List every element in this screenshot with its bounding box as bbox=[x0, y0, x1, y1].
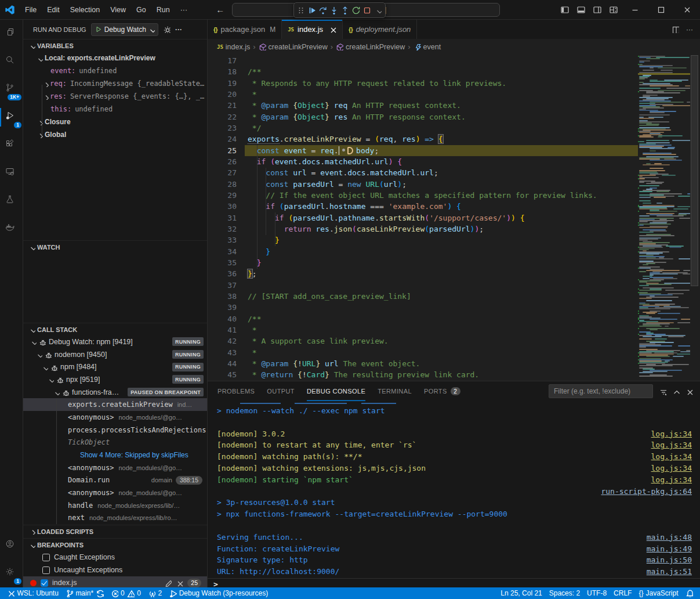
callstack-frame[interactable]: exports.createLinkPreviewind… bbox=[23, 398, 207, 411]
debug-settings-gear-icon[interactable] bbox=[163, 26, 171, 33]
line-number[interactable]: 39 bbox=[208, 302, 244, 313]
menu-selection[interactable]: Selection bbox=[65, 4, 105, 16]
menu-edit[interactable]: Edit bbox=[42, 4, 65, 16]
line-number[interactable]: 34 bbox=[208, 246, 244, 257]
split-editor-icon[interactable] bbox=[672, 26, 679, 33]
menu-moremoremore[interactable]: ··· bbox=[175, 4, 193, 16]
console-filter-input[interactable] bbox=[549, 384, 653, 398]
activity-search[interactable] bbox=[0, 48, 23, 75]
call-stack-section-header[interactable]: CALL STACK bbox=[23, 323, 207, 335]
sidebar-more-actions-icon[interactable]: ··· bbox=[175, 26, 182, 34]
toggle-secondary-sidebar-icon[interactable] bbox=[589, 0, 605, 20]
checkbox[interactable] bbox=[42, 566, 50, 574]
source-link[interactable]: log.js:34 bbox=[651, 451, 692, 463]
line-number[interactable]: 23 bbox=[208, 122, 244, 133]
remove-breakpoint-icon[interactable] bbox=[176, 579, 183, 587]
line-number[interactable]: 20 bbox=[208, 89, 244, 100]
line-number[interactable]: 24 bbox=[208, 133, 244, 145]
watch-section-header[interactable]: WATCH bbox=[23, 240, 207, 253]
activity-docker[interactable] bbox=[0, 215, 23, 243]
line-number[interactable]: 21 bbox=[208, 100, 244, 111]
breadcrumb-item-createLinkPreview[interactable]: createLinkPreview bbox=[336, 43, 405, 51]
panel-tab-debug-console[interactable]: DEBUG CONSOLE bbox=[307, 381, 365, 401]
variables-scope-row[interactable]: Local: exports.createLinkPreview bbox=[23, 52, 207, 64]
callstack-frame[interactable]: <anonymous>node_modules/@go… bbox=[23, 461, 207, 474]
breadcrumb-item-index.js[interactable]: JSindex.js bbox=[217, 43, 250, 51]
close-panel-icon[interactable] bbox=[686, 388, 693, 395]
menu-file[interactable]: File bbox=[20, 4, 42, 16]
line-number[interactable]: 42 bbox=[208, 335, 244, 347]
continue-button[interactable] bbox=[307, 4, 317, 17]
breakpoint-row[interactable]: index.js25 bbox=[23, 576, 207, 587]
status-language-mode[interactable]: {}JavaScript bbox=[635, 587, 681, 599]
source-link[interactable]: main.js:50 bbox=[647, 554, 692, 566]
checkbox[interactable] bbox=[41, 579, 48, 587]
line-number[interactable]: 27 bbox=[208, 167, 244, 178]
callstack-frame[interactable]: handlenode_modules/express/lib/… bbox=[23, 499, 207, 512]
debug-console[interactable]: > nodemon --watch ./ --exec npm start[no… bbox=[208, 402, 700, 587]
checkbox[interactable] bbox=[42, 554, 50, 561]
edit-breakpoint-icon[interactable] bbox=[164, 579, 172, 587]
line-number[interactable]: 18 bbox=[208, 66, 244, 77]
step-into-button[interactable] bbox=[329, 4, 339, 17]
line-number[interactable]: 32 bbox=[208, 223, 244, 234]
line-number[interactable]: 35 bbox=[208, 257, 244, 268]
status-indentation[interactable]: Spaces: 2 bbox=[546, 587, 583, 599]
breakpoint-exception-row[interactable]: Caught Exceptions bbox=[23, 551, 207, 564]
activity-run-and-debug[interactable]: 1 bbox=[0, 103, 23, 131]
source-link[interactable]: run-script-pkg.js:64 bbox=[601, 486, 692, 497]
scope-global[interactable]: Global bbox=[23, 128, 207, 141]
line-number[interactable]: 29 bbox=[208, 190, 244, 201]
activity-explorer[interactable] bbox=[0, 20, 23, 48]
panel-tab-terminal[interactable]: TERMINAL bbox=[378, 381, 412, 401]
line-number[interactable]: 33 bbox=[208, 234, 244, 246]
callstack-frame[interactable]: nextnode_modules/express/lib/ro… bbox=[23, 512, 207, 525]
tab-index.js[interactable]: JSindex.js bbox=[282, 20, 343, 39]
source-link[interactable]: main.js:48 bbox=[647, 532, 692, 543]
line-number[interactable]: 37 bbox=[208, 280, 244, 291]
activity-source-control[interactable]: 1K+ bbox=[0, 75, 23, 103]
step-out-button[interactable] bbox=[340, 4, 350, 17]
breakpoint-exception-row[interactable]: Uncaught Exceptions bbox=[23, 564, 207, 576]
line-number[interactable]: 17 bbox=[208, 55, 244, 66]
tab-deployment.json[interactable]: {}deployment.json bbox=[343, 20, 417, 39]
line-number[interactable]: 25 bbox=[208, 145, 244, 156]
callstack-session[interactable]: npx [9519]RUNNING bbox=[23, 373, 207, 386]
line-number[interactable]: 41 bbox=[208, 324, 244, 335]
source-link[interactable]: log.js:34 bbox=[651, 474, 692, 486]
activity-accounts[interactable] bbox=[0, 532, 23, 560]
editor-more-actions-icon[interactable]: ··· bbox=[686, 26, 693, 34]
line-number[interactable]: 45 bbox=[208, 369, 244, 380]
nav-back-icon[interactable]: ← bbox=[216, 5, 224, 15]
line-number[interactable]: 44 bbox=[208, 358, 244, 369]
variable-row[interactable]: res:ServerResponse {_events: {…}, _e… bbox=[23, 90, 207, 103]
line-number[interactable]: 40 bbox=[208, 313, 244, 324]
line-number[interactable]: 26 bbox=[208, 156, 244, 167]
callstack-frame[interactable]: TickObject bbox=[23, 436, 207, 449]
menu-view[interactable]: View bbox=[105, 4, 131, 16]
debug-toolbar-more[interactable] bbox=[373, 4, 383, 17]
callstack-session[interactable]: Debug Watch: npm [9419]RUNNING bbox=[23, 335, 207, 348]
line-number[interactable]: 30 bbox=[208, 201, 244, 212]
source-link[interactable]: log.js:34 bbox=[651, 463, 692, 474]
menu-go[interactable]: Go bbox=[131, 4, 151, 16]
filter-icon[interactable] bbox=[659, 388, 666, 395]
panel-tab-output[interactable]: OUTPUT bbox=[267, 381, 295, 401]
activity-settings-gear[interactable]: 1 bbox=[0, 560, 23, 587]
editor-gutter[interactable]: 1718192021222324252627282930313233343536… bbox=[208, 55, 244, 381]
panel-tab-problems[interactable]: PROBLEMS bbox=[217, 381, 255, 401]
callstack-session[interactable]: npm [9484]RUNNING bbox=[23, 360, 207, 373]
callstack-session[interactable]: nodemon [9450]RUNNING bbox=[23, 348, 207, 361]
breakpoints-section-header[interactable]: BREAKPOINTS bbox=[23, 538, 207, 551]
status-cursor-position[interactable]: Ln 25, Col 21 bbox=[497, 587, 545, 599]
breadcrumb-item-createLinkPreview[interactable]: createLinkPreview bbox=[259, 43, 328, 51]
line-number[interactable]: 28 bbox=[208, 179, 244, 190]
panel-tab-ports[interactable]: PORTS2 bbox=[424, 381, 460, 401]
status-debug-session[interactable]: Debug Watch (3p-resources) bbox=[165, 587, 271, 599]
maximize-panel-icon[interactable] bbox=[672, 388, 680, 395]
loaded-scripts-header[interactable]: LOADED SCRIPTS bbox=[23, 525, 207, 537]
variable-row[interactable]: event:undefined bbox=[23, 64, 207, 77]
source-link[interactable]: log.js:34 bbox=[651, 439, 692, 451]
callstack-frame[interactable]: process.processTicksAndRejections bbox=[23, 424, 207, 436]
step-over-button[interactable] bbox=[318, 4, 328, 17]
